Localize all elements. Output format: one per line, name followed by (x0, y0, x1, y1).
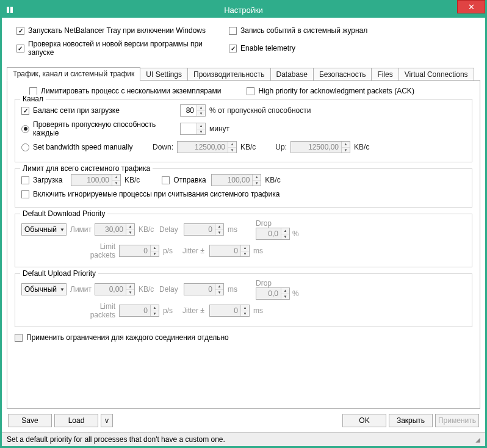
dup-kbc: KB/c (139, 285, 156, 294)
dup-jitter-label: Jitter ± (182, 306, 206, 315)
manual-bw-radio[interactable] (21, 143, 29, 151)
tab-files[interactable]: Files (371, 68, 399, 81)
balance-checkbox[interactable] (21, 107, 29, 115)
per-connection-checkbox[interactable] (15, 334, 23, 342)
close-button[interactable]: ✕ (457, 0, 485, 13)
dup-jitter-value[interactable]: ▲▼ (209, 305, 250, 317)
high-prio-ack-checkbox[interactable] (247, 87, 254, 95)
ddp-limit-packets-value[interactable]: ▲▼ (119, 245, 159, 257)
top-options: Запускать NetBalancer Tray при включении… (2, 18, 485, 67)
check-bw-unit: минут (209, 125, 229, 133)
ddp-ms: ms (228, 225, 240, 234)
up-label: Up: (275, 143, 287, 151)
manual-bw-label: Set bandwidth speed manually (33, 143, 149, 151)
check-bw-value[interactable]: ▲▼ (180, 123, 206, 135)
close-dialog-button[interactable]: Закрыть (389, 414, 433, 427)
ddp-jitter-value[interactable]: ▲▼ (209, 245, 250, 257)
ddp-delay-value[interactable]: ▲▼ (184, 223, 224, 236)
tab-traffic[interactable]: Трафик, канал и системный трафик (7, 67, 140, 81)
down-arrow-icon[interactable]: ▼ (151, 311, 159, 317)
tab-performance[interactable]: Производительность (187, 68, 270, 81)
channel-legend: Канал (20, 95, 46, 103)
up-arrow-icon[interactable]: ▲ (215, 284, 223, 290)
tab-database[interactable]: Database (270, 68, 314, 81)
up-arrow-icon[interactable]: ▲ (253, 175, 261, 181)
dup-drop-value[interactable]: ▲▼ (256, 287, 290, 300)
dup-limit-value[interactable]: ▲▼ (95, 283, 135, 295)
down-arrow-icon[interactable]: ▼ (112, 181, 120, 186)
up-arrow-icon[interactable]: ▲ (197, 105, 205, 111)
dup-pct: % (292, 289, 299, 298)
down-arrow-icon[interactable]: ▼ (197, 129, 205, 135)
telemetry-label: Enable telemetry (240, 44, 295, 52)
dup-ms2: ms (253, 306, 263, 315)
up-value[interactable]: ▲▼ (290, 141, 350, 153)
down-arrow-icon[interactable]: ▼ (253, 181, 261, 186)
ddp-drop-value[interactable]: ▲▼ (256, 228, 290, 240)
telemetry-checkbox[interactable] (229, 45, 237, 52)
dup-limit-packets-value[interactable]: ▲▼ (119, 305, 159, 317)
resize-grip-icon[interactable]: ◢ (475, 436, 480, 443)
dup-ps: p/s (163, 306, 179, 315)
tab-ui-settings[interactable]: UI Settings (140, 68, 188, 81)
download-limit-value[interactable]: ▲▼ (71, 174, 121, 186)
limit-multi-checkbox[interactable] (29, 87, 37, 95)
down-arrow-icon[interactable]: ▼ (215, 290, 223, 295)
ddp-legend: Default Download Priority (20, 209, 107, 218)
upload-limit-label: Отправка (173, 176, 207, 184)
tab-security[interactable]: Безопасность (313, 68, 372, 81)
down-arrow-icon[interactable]: ▼ (241, 311, 249, 317)
dup-limit-label: Лимит (70, 285, 91, 294)
svg-rect-1 (10, 7, 13, 13)
load-button[interactable]: Load (54, 414, 98, 427)
check-news-checkbox[interactable] (16, 45, 24, 52)
down-arrow-icon[interactable]: ▼ (197, 111, 205, 117)
down-arrow-icon[interactable]: ▼ (342, 148, 350, 153)
up-arrow-icon[interactable]: ▲ (281, 288, 289, 294)
dup-combo[interactable]: Обычный ▼ (21, 283, 67, 295)
apply-button[interactable]: Применить (435, 414, 479, 427)
down-arrow-icon[interactable]: ▼ (126, 230, 134, 236)
down-arrow-icon[interactable]: ▼ (281, 294, 289, 300)
ddp-ps: p/s (163, 247, 179, 255)
up-arrow-icon[interactable]: ▲ (241, 245, 249, 251)
up-arrow-icon[interactable]: ▲ (228, 142, 236, 148)
down-arrow-icon[interactable]: ▼ (215, 230, 223, 236)
up-arrow-icon[interactable]: ▲ (151, 305, 159, 311)
tab-virtual-connections[interactable]: Virtual Connections (399, 68, 474, 81)
up-arrow-icon[interactable]: ▲ (112, 175, 120, 181)
down-arrow-icon[interactable]: ▼ (241, 251, 249, 257)
up-arrow-icon[interactable]: ▲ (342, 142, 350, 148)
save-button[interactable]: Save (8, 414, 52, 427)
ddp-combo[interactable]: Обычный ▼ (21, 223, 67, 236)
up-arrow-icon[interactable]: ▲ (126, 284, 134, 290)
run-tray-label: Запускать NetBalancer Tray при включении… (28, 26, 206, 35)
dup-delay-value[interactable]: ▲▼ (184, 283, 224, 295)
down-value[interactable]: ▲▼ (177, 141, 237, 153)
ddp-limit-value[interactable]: ▲▼ (95, 223, 135, 236)
down-arrow-icon[interactable]: ▼ (281, 234, 289, 240)
down-arrow-icon[interactable]: ▼ (126, 290, 134, 295)
include-ignored-checkbox[interactable] (21, 190, 29, 198)
down-arrow-icon[interactable]: ▼ (151, 251, 159, 257)
log-events-checkbox[interactable] (229, 27, 237, 35)
run-tray-checkbox[interactable] (16, 27, 24, 35)
up-arrow-icon[interactable]: ▲ (151, 245, 159, 251)
up-arrow-icon[interactable]: ▲ (215, 224, 223, 230)
upload-limit-checkbox[interactable] (162, 176, 170, 184)
up-arrow-icon[interactable]: ▲ (197, 123, 205, 129)
down-arrow-icon[interactable]: ▼ (228, 148, 236, 153)
dup-delay-label: Delay (159, 285, 180, 294)
ok-button[interactable]: OK (342, 414, 386, 427)
upload-limit-value[interactable]: ▲▼ (211, 174, 261, 186)
check-bw-radio[interactable] (21, 125, 29, 133)
download-limit-checkbox[interactable] (21, 176, 29, 184)
down-unit: KB/c (240, 143, 256, 151)
load-dropdown-button[interactable]: v (101, 414, 113, 427)
up-arrow-icon[interactable]: ▲ (281, 228, 289, 234)
ddp-fieldset: Default Download Priority Обычный ▼ Лими… (15, 214, 472, 267)
up-arrow-icon[interactable]: ▲ (126, 224, 134, 230)
upload-unit: KB/c (265, 176, 280, 184)
up-arrow-icon[interactable]: ▲ (241, 305, 249, 311)
balance-value[interactable]: ▲▼ (180, 104, 206, 117)
